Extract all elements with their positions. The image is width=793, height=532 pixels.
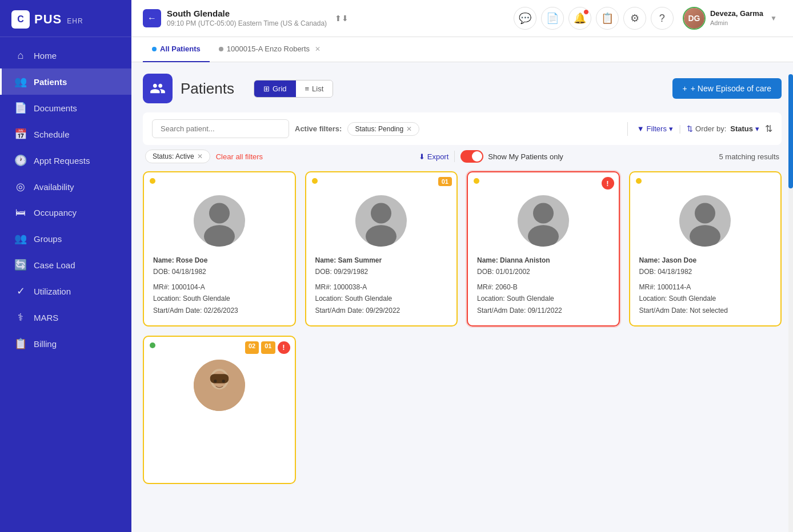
badge-02: 02 bbox=[245, 341, 259, 354]
main-area: ← South Glendale 09:10 PM (UTC-05:00) Ea… bbox=[131, 0, 793, 532]
back-button[interactable]: ← bbox=[143, 9, 161, 27]
documents-icon: 📄 bbox=[14, 102, 27, 114]
sidebar-item-label: Groups bbox=[34, 234, 62, 244]
new-episode-button[interactable]: + + New Episode of care bbox=[672, 78, 782, 99]
sidebar-item-patients[interactable]: 👥 Patients bbox=[0, 68, 131, 95]
patient-dob: DOB: 04/18/1982 bbox=[639, 266, 772, 277]
page-title-icon bbox=[143, 74, 173, 103]
page-content: Patients ⊞ Grid ≡ List + + New Episode o… bbox=[131, 62, 793, 532]
utilization-icon: ✓ bbox=[14, 285, 27, 297]
order-by-section[interactable]: ⇅ Order by: Status ▾ bbox=[687, 124, 759, 133]
svg-point-4 bbox=[533, 203, 554, 224]
document-button[interactable]: 📄 bbox=[541, 7, 564, 30]
filters-button[interactable]: ▼ Filters ▾ bbox=[637, 124, 673, 133]
filter-dropdown-icon: ▾ bbox=[669, 124, 673, 133]
list-icon: ≡ bbox=[305, 84, 310, 93]
occupancy-icon: 🛏 bbox=[14, 207, 27, 219]
sidebar-item-label: Schedule bbox=[34, 130, 70, 139]
sort-icon: ⇅ bbox=[687, 124, 693, 133]
groups-icon: 👥 bbox=[14, 232, 27, 245]
clipboard-button[interactable]: 📋 bbox=[596, 7, 619, 30]
patients-grid-row1: Name: Rose Doe DOB: 04/18/1982 MR#: 1000… bbox=[143, 171, 782, 327]
help-icon: ? bbox=[659, 13, 665, 25]
patient-dob: DOB: 09/29/1982 bbox=[315, 266, 448, 277]
settings-button[interactable]: ⚙ bbox=[623, 7, 646, 30]
patient-card-5[interactable]: 02 01 ! bbox=[143, 336, 296, 484]
view-grid-button[interactable]: ⊞ Grid bbox=[254, 80, 296, 97]
sidebar-item-billing[interactable]: 📋 Billing bbox=[0, 331, 131, 357]
filter-icon: ▼ bbox=[637, 124, 644, 133]
mars-icon: ⚕ bbox=[14, 311, 27, 324]
show-my-patients-toggle[interactable]: Show My Patients only bbox=[460, 150, 563, 163]
sidebar-item-label: MARS bbox=[34, 313, 58, 323]
svg-rect-11 bbox=[210, 374, 229, 383]
download-icon: ⬇ bbox=[419, 152, 425, 161]
patient-mr: MR#: 2060-B bbox=[477, 281, 610, 293]
patient-name: Name: Rose Doe bbox=[153, 255, 286, 266]
patient-start-date: Start/Adm Date: Not selected bbox=[639, 305, 772, 316]
filter-close-active[interactable]: ✕ bbox=[197, 152, 203, 160]
patient-card-dianna-aniston[interactable]: ! Name: Dianna Aniston DOB: 01/01/2002 M… bbox=[467, 171, 620, 327]
export-button[interactable]: ⬇ Export bbox=[419, 152, 449, 161]
tab-close-enzo-roberts[interactable]: ✕ bbox=[313, 45, 322, 54]
toggle-track[interactable] bbox=[460, 150, 483, 163]
sidebar-item-appt-requests[interactable]: 🕐 Appt Requests bbox=[0, 147, 131, 174]
filter-close-pending[interactable]: ✕ bbox=[406, 125, 412, 133]
patient-avatar bbox=[194, 195, 245, 247]
patient-card-rose-doe[interactable]: Name: Rose Doe DOB: 04/18/1982 MR#: 1000… bbox=[143, 171, 296, 327]
view-list-button[interactable]: ≡ List bbox=[296, 80, 333, 97]
sidebar-item-groups[interactable]: 👥 Groups bbox=[0, 225, 131, 252]
sidebar-item-label: Documents bbox=[34, 103, 77, 113]
patient-card-jason-doe[interactable]: Name: Jason Doe DOB: 04/18/1982 MR#: 100… bbox=[629, 171, 782, 327]
sidebar-item-utilization[interactable]: ✓ Utilization bbox=[0, 278, 131, 304]
sidebar-item-home[interactable]: ⌂ Home bbox=[0, 43, 131, 68]
card-status-dot bbox=[150, 342, 155, 348]
user-menu[interactable]: DG Deveza, Garma Admin ▼ bbox=[678, 5, 782, 32]
user-role: Admin bbox=[710, 19, 763, 27]
sidebar-item-mars[interactable]: ⚕ MARS bbox=[0, 304, 131, 331]
patient-info: Name: Rose Doe DOB: 04/18/1982 MR#: 1000… bbox=[153, 255, 286, 316]
tab-enzo-roberts[interactable]: 1000015-A Enzo Roberts ✕ bbox=[210, 37, 331, 62]
location-name: South Glendale bbox=[167, 8, 327, 19]
clipboard-icon: 📋 bbox=[601, 12, 614, 25]
sidebar-item-documents[interactable]: 📄 Documents bbox=[0, 95, 131, 121]
sidebar-item-availability[interactable]: ◎ Availability bbox=[0, 174, 131, 200]
patient-card-sam-summer[interactable]: 01 Name: Sam Summer DOB: 09/29/1982 MR#:… bbox=[305, 171, 458, 327]
sidebar-item-occupancy[interactable]: 🛏 Occupancy bbox=[0, 200, 131, 225]
card-badges: 01 bbox=[438, 177, 452, 186]
tab-all-patients[interactable]: All Patients bbox=[143, 37, 210, 62]
avatar-image: DG bbox=[684, 8, 704, 29]
help-button[interactable]: ? bbox=[651, 7, 674, 30]
scrollbar-thumb[interactable] bbox=[788, 74, 793, 188]
patient-dob: DOB: 04/18/1982 bbox=[153, 266, 286, 277]
reorder-icon[interactable]: ⇅ bbox=[765, 123, 772, 134]
user-dropdown-icon: ▼ bbox=[770, 14, 777, 22]
clear-filters-button[interactable]: Clear all filters bbox=[216, 152, 263, 161]
patient-start-date: Start/Adm Date: 09/29/2022 bbox=[315, 305, 448, 316]
patient-info: Name: Dianna Aniston DOB: 01/01/2002 MR#… bbox=[477, 255, 610, 316]
chat-button[interactable]: 💬 bbox=[514, 7, 536, 30]
location-dropdown-icon[interactable]: ⬆⬇ bbox=[335, 14, 349, 23]
sidebar-item-case-load[interactable]: 🔄 Case Load bbox=[0, 252, 131, 278]
patient-avatar bbox=[355, 195, 407, 247]
view-toggle: ⊞ Grid ≡ List bbox=[254, 80, 333, 98]
sidebar-item-label: Billing bbox=[34, 339, 57, 349]
filter-status-pending[interactable]: Status: Pending ✕ bbox=[347, 122, 419, 136]
user-name: Deveza, Garma bbox=[710, 9, 763, 19]
patient-info: Name: Sam Summer DOB: 09/29/1982 MR#: 10… bbox=[315, 255, 448, 316]
patient-start-date: Start/Adm Date: 02/26/2023 bbox=[153, 305, 286, 316]
logo-area: C PUS EHR bbox=[0, 0, 131, 37]
bell-button[interactable]: 🔔 bbox=[568, 7, 591, 30]
logo-ehr: EHR bbox=[67, 17, 83, 25]
plus-icon: + bbox=[683, 84, 687, 93]
schedule-icon: 📅 bbox=[14, 128, 27, 140]
search-input[interactable] bbox=[152, 119, 289, 138]
chat-icon: 💬 bbox=[519, 12, 531, 25]
filter-status-active[interactable]: Status: Active ✕ bbox=[145, 150, 210, 163]
sidebar-item-label: Occupancy bbox=[34, 208, 77, 217]
patient-mr: MR#: 1000104-A bbox=[153, 281, 286, 293]
patient-avatar bbox=[679, 195, 731, 247]
sidebar-item-schedule[interactable]: 📅 Schedule bbox=[0, 121, 131, 147]
patient-location: Location: South Glendale bbox=[153, 293, 286, 304]
page-title-section: Patients ⊞ Grid ≡ List bbox=[143, 74, 333, 103]
